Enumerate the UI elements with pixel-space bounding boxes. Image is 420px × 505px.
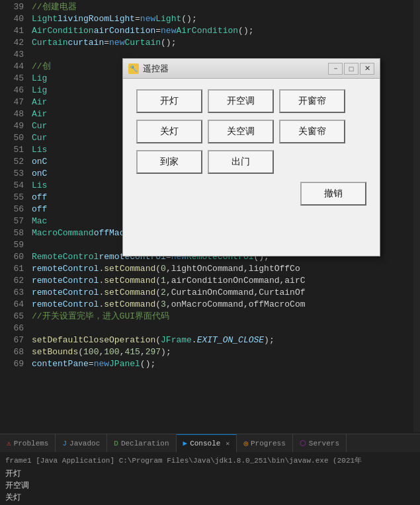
console-tab-close[interactable]: ✕ (226, 440, 230, 447)
leave-home-button[interactable]: 出门 (208, 150, 274, 174)
console-line-1: 开灯 (5, 468, 415, 480)
dialog-minimize-button[interactable]: － (328, 63, 343, 75)
scrollbar[interactable] (413, 0, 420, 432)
tab-javadoc[interactable]: J Javadoc (56, 434, 107, 452)
dialog-close-button[interactable]: ✕ (360, 63, 374, 75)
tab-progress[interactable]: ◎ Progress (237, 434, 292, 452)
dialog-controls: － □ ✕ (328, 63, 374, 75)
light-off-button[interactable]: 关灯 (136, 120, 202, 143)
dialog-body: 开灯 开空调 开窗帘 关灯 关空调 关窗帘 到家 出门 (123, 79, 380, 182)
curtain-on-button[interactable]: 开窗帘 (279, 89, 345, 113)
servers-icon: ⬡ (300, 439, 306, 447)
tab-declaration[interactable]: D Declaration (107, 434, 176, 452)
arrive-home-button[interactable]: 到家 (136, 150, 202, 174)
dialog-maximize-button[interactable]: □ (344, 63, 358, 75)
button-row-2: 关灯 关空调 关窗帘 (136, 120, 366, 143)
bottom-tabs-bar: ⚠ Problems J Javadoc D Declaration ▶ Con… (0, 434, 420, 452)
console-line-3: 关灯 (5, 492, 415, 504)
curtain-off-button[interactable]: 关窗帘 (279, 120, 345, 143)
button-row-3: 到家 出门 (136, 150, 366, 174)
dialog-title: 遥控器 (143, 63, 324, 75)
ac-on-button[interactable]: 开空调 (208, 89, 274, 113)
line-numbers: 3940414243 4445464748 4950515253 5455565… (0, 0, 28, 432)
console-output: frame1 [Java Application] C:\Program Fil… (0, 452, 420, 505)
javadoc-icon: J (62, 440, 67, 447)
tab-javadoc-label: Javadoc (69, 440, 100, 447)
console-path: frame1 [Java Application] C:\Program Fil… (5, 455, 415, 467)
problems-icon: ⚠ (7, 439, 11, 447)
button-row-1: 开灯 开空调 开窗帘 (136, 89, 366, 113)
dialog-icon: 🔧 (128, 63, 139, 74)
ac-off-button[interactable]: 关空调 (208, 120, 274, 143)
tab-servers[interactable]: ⬡ Servers (293, 434, 347, 452)
remote-control-dialog: 🔧 遥控器 － □ ✕ 开灯 开空调 开窗帘 关灯 关空调 关窗帘 (122, 58, 380, 256)
console-line-2: 开空调 (5, 480, 415, 492)
progress-icon: ◎ (243, 439, 248, 447)
console-icon: ▶ (183, 439, 188, 447)
tab-console-label: Console (190, 440, 220, 447)
light-on-button[interactable]: 开灯 (136, 89, 202, 113)
declaration-icon: D (114, 440, 118, 447)
dialog-footer: 撤销 (123, 182, 380, 206)
tab-problems[interactable]: ⚠ Problems (0, 434, 56, 452)
dialog-titlebar: 🔧 遥控器 － □ ✕ (123, 59, 380, 79)
tab-progress-label: Progress (251, 440, 286, 447)
cancel-button[interactable]: 撤销 (300, 182, 366, 206)
tab-declaration-label: Declaration (121, 440, 169, 447)
tab-console[interactable]: ▶ Console ✕ (177, 434, 237, 452)
tab-servers-label: Servers (309, 440, 339, 447)
tab-problems-label: Problems (14, 440, 49, 447)
